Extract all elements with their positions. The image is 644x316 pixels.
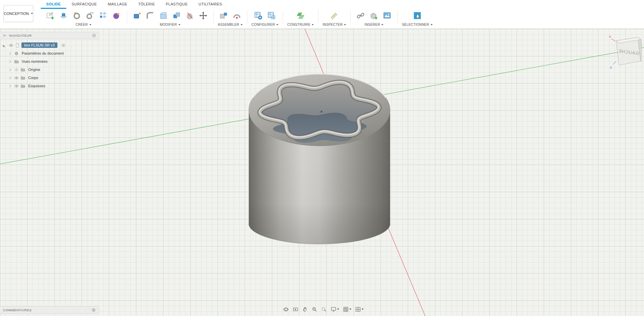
chevron-down-icon xyxy=(178,24,180,25)
navigator-header[interactable]: NAVIGATEUR xyxy=(0,32,99,39)
fit-view-button[interactable] xyxy=(320,305,328,313)
radio-icon xyxy=(61,43,66,48)
origin-point[interactable] xyxy=(320,111,323,113)
toolbar-group-label-construire[interactable]: CONSTRUIRE xyxy=(287,23,314,26)
construct-plane-button[interactable] xyxy=(295,10,306,21)
eye-off-icon[interactable] xyxy=(14,67,19,72)
folder-icon xyxy=(20,75,25,80)
tree-item-label: Corps xyxy=(27,75,39,80)
folder-icon xyxy=(20,75,25,80)
press-pull-button[interactable] xyxy=(131,10,143,21)
tab-utilitaires[interactable]: UTILITAIRES xyxy=(193,0,227,9)
tab-solide[interactable]: SOLIDE xyxy=(41,0,66,9)
toolbar-group-inserer: INSÉRER xyxy=(350,9,397,26)
zoom-icon xyxy=(312,306,317,312)
insert-link-icon xyxy=(356,11,365,20)
extrude-icon xyxy=(59,11,68,20)
group-label-text: MODIFIER xyxy=(160,23,177,26)
revolve-icon xyxy=(72,11,81,20)
tree-item-origine[interactable]: Origine xyxy=(0,66,99,74)
chevron-down-icon xyxy=(276,24,278,25)
sweep-button[interactable] xyxy=(84,10,96,21)
collapse-badge-icon[interactable] xyxy=(92,33,96,38)
toolbar-group-label-inspecter[interactable]: INSPECTER xyxy=(323,23,346,26)
toolbar-group-label-assembler[interactable]: ASSEMBLER xyxy=(218,23,243,26)
chevron-down-icon xyxy=(381,24,383,25)
comments-panel-header[interactable]: COMMENTAIRES xyxy=(0,306,99,314)
look-at-button[interactable] xyxy=(292,305,299,313)
doc-icon xyxy=(15,43,20,48)
combine-button[interactable] xyxy=(171,10,182,21)
tab-maillage[interactable]: MAILLAGE xyxy=(102,0,133,9)
eye-open-icon[interactable] xyxy=(14,83,19,89)
zoom-button[interactable] xyxy=(311,305,318,313)
tree-expand-icon[interactable] xyxy=(7,59,13,64)
revolve-button[interactable] xyxy=(71,10,83,21)
configure-button[interactable] xyxy=(253,10,264,21)
pattern-button[interactable] xyxy=(98,10,109,21)
canvas-button[interactable] xyxy=(381,10,393,21)
eye-open-icon[interactable] xyxy=(14,75,19,80)
tab-tolerie[interactable]: TÔLERIE xyxy=(133,0,160,9)
toolbar-group-label-selectionner[interactable]: SÉLECTIONNER xyxy=(402,23,432,26)
toolbar-group-label-configurer[interactable]: CONFIGURER xyxy=(251,23,278,26)
measure-button[interactable] xyxy=(329,10,340,21)
component-button[interactable] xyxy=(218,10,229,21)
tree-expand-icon[interactable] xyxy=(7,75,13,80)
tree-expand-icon[interactable] xyxy=(7,51,13,56)
pan-button[interactable] xyxy=(301,305,309,313)
tree-item-parametres-du-document[interactable]: Paramètres du document xyxy=(0,49,99,57)
viewcube[interactable]: X GAUCHE Z xyxy=(608,34,642,71)
tree-expand-icon[interactable] xyxy=(7,83,13,89)
split-icon xyxy=(186,11,194,20)
tree-item-esquisses[interactable]: Esquisses xyxy=(0,82,99,90)
viewports-button[interactable] xyxy=(354,305,365,313)
joint-button[interactable] xyxy=(231,10,243,21)
toolbar-group-label-modifier[interactable]: MODIFIER xyxy=(160,23,180,26)
tree-item-vues-nommees[interactable]: Vues nommées xyxy=(0,57,99,66)
toolbar-group-icons xyxy=(295,9,306,22)
group-label-text: CONSTRUIRE xyxy=(287,23,310,26)
display-settings-button[interactable] xyxy=(330,305,340,313)
new-sketch-button[interactable] xyxy=(45,10,56,21)
configure-alt-icon xyxy=(267,11,276,20)
model-cylinder[interactable] xyxy=(249,74,390,244)
eye-open-icon[interactable] xyxy=(8,43,14,48)
expand-badge-icon[interactable] xyxy=(91,308,96,312)
grid-settings-button[interactable] xyxy=(342,305,352,313)
toolbar-group-icons xyxy=(412,9,423,22)
chevron-down-icon xyxy=(241,24,243,25)
doc-icon xyxy=(15,43,20,48)
configure-alt-button[interactable] xyxy=(266,10,277,21)
orbit-button[interactable] xyxy=(282,305,290,313)
move-button[interactable] xyxy=(197,10,209,21)
radio-icon[interactable] xyxy=(61,43,66,48)
workspace-selector-button[interactable]: CONCEPTION xyxy=(3,5,33,22)
combine-icon xyxy=(172,11,181,20)
navigator-panel: NAVIGATEUR box FLSUN SR v3Paramètres du … xyxy=(0,32,99,90)
tree-expand-icon[interactable] xyxy=(7,67,13,72)
form-button[interactable] xyxy=(111,10,122,21)
toolbar-group-label-creer[interactable]: CRÉER xyxy=(75,23,91,26)
toolbar-group-construire: CONSTRUIRE xyxy=(283,9,318,26)
extrude-button[interactable] xyxy=(58,10,69,21)
fillet-button[interactable] xyxy=(144,10,156,21)
panel-collapse-icon xyxy=(3,33,7,38)
insert-mesh-button[interactable] xyxy=(368,10,380,21)
fillet-icon xyxy=(146,11,155,20)
toolbar-group-icons xyxy=(218,9,243,22)
component-icon xyxy=(219,11,228,20)
insert-link-button[interactable] xyxy=(355,10,366,21)
chevron-down-icon xyxy=(89,24,91,25)
tree-expand-icon xyxy=(7,83,13,89)
panel-collapse-icon[interactable] xyxy=(3,33,7,38)
tab-plastique[interactable]: PLASTIQUE xyxy=(160,0,193,9)
toolbar-group-label-inserer[interactable]: INSÉRER xyxy=(364,23,383,26)
tree-item-corps[interactable]: Corps xyxy=(0,74,99,82)
select-button[interactable] xyxy=(412,10,423,21)
tree-item-box-flsun-sr-v3[interactable]: box FLSUN SR v3 xyxy=(0,41,99,49)
viewports-icon xyxy=(355,306,361,312)
split-button[interactable] xyxy=(184,10,196,21)
tab-surfacique[interactable]: SURFACIQUE xyxy=(66,0,103,9)
shell-button[interactable] xyxy=(158,10,169,21)
